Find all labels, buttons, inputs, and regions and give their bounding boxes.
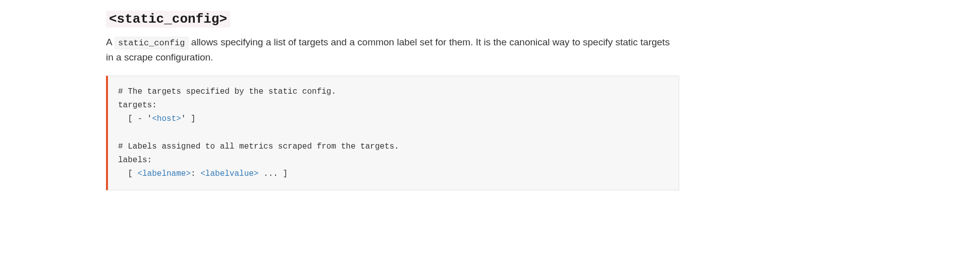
documentation-section: <static_config> A static_config allows s… [96, 10, 689, 190]
code-comment-2: # Labels assigned to all metrics scraped… [118, 142, 399, 151]
code-link-host[interactable]: <host> [152, 114, 181, 123]
heading-code: <static_config> [106, 11, 230, 28]
section-description: A static_config allows specifying a list… [106, 35, 679, 65]
description-code: static_config [115, 37, 189, 49]
code-block: # The targets specified by the static co… [106, 76, 679, 190]
code-line-3-suffix: ' ] [181, 114, 196, 123]
description-suffix: allows specifying a list of targets and … [106, 37, 670, 62]
description-prefix: A [106, 37, 115, 47]
code-line-7-mid: : [191, 169, 200, 178]
code-comment-1: # The targets specified by the static co… [118, 87, 336, 96]
code-link-labelname[interactable]: <labelname> [137, 169, 191, 178]
section-heading: <static_config> [106, 10, 679, 27]
code-line-3-prefix: [ - ' [118, 114, 152, 123]
code-line-2: targets: [118, 101, 157, 110]
code-line-7-prefix: [ [118, 169, 137, 178]
code-line-7-suffix: ... ] [258, 169, 288, 178]
code-link-labelvalue[interactable]: <labelvalue> [200, 169, 258, 178]
code-line-6: labels: [118, 156, 152, 165]
